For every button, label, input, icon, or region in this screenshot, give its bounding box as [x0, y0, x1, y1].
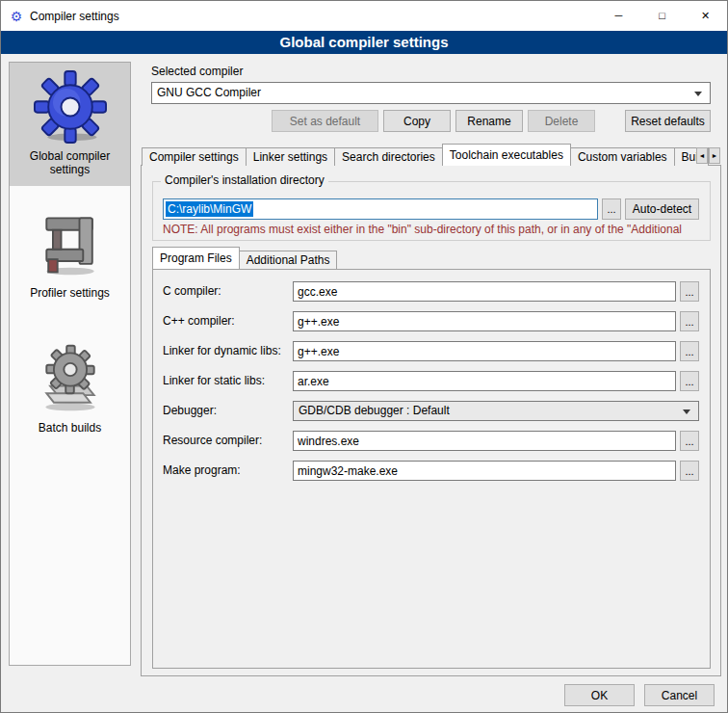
auto-detect-button[interactable]: Auto-detect	[625, 198, 699, 220]
sidebar: Global compiler settings Profiler settin…	[9, 62, 131, 666]
compiler-settings-window: ⚙ Compiler settings ─ □ ✕ Global compile…	[0, 0, 728, 713]
tab-search-directories[interactable]: Search directories	[334, 147, 443, 166]
make-program-input[interactable]	[293, 461, 676, 481]
resource-compiler-label: Resource compiler:	[163, 434, 262, 447]
tab-scroll-right-button[interactable]: ►	[709, 147, 720, 164]
chevron-down-icon	[683, 409, 690, 414]
resource-compiler-browse-button[interactable]: ...	[680, 431, 699, 451]
debugger-select[interactable]: GDB/CDB debugger : Default	[293, 401, 699, 421]
static-linker-label: Linker for static libs:	[163, 374, 265, 387]
static-linker-input[interactable]	[293, 371, 676, 391]
tab-program-files[interactable]: Program Files	[152, 247, 240, 269]
chevron-down-icon	[694, 92, 702, 96]
sidebar-item-label: Global compiler settings	[12, 149, 128, 176]
dialog-header: Global compiler settings	[1, 31, 727, 54]
tab-scroll-controls: ◄ ►	[695, 147, 720, 164]
close-button[interactable]: ✕	[684, 1, 727, 31]
sidebar-item-global-compiler-settings[interactable]: Global compiler settings	[10, 63, 130, 186]
c-compiler-label: C compiler:	[163, 284, 221, 298]
batch-gear-icon	[12, 342, 128, 415]
delete-button: Delete	[528, 110, 595, 132]
tab-strip: Compiler settings Linker settings Search…	[142, 145, 720, 166]
installation-directory-value: C:\raylib\MinGW	[166, 201, 253, 217]
browse-directory-button[interactable]: ...	[602, 198, 621, 220]
program-files-panel: C compiler: ... C++ compiler: ... Linker…	[152, 269, 711, 669]
maximize-button[interactable]: □	[640, 1, 684, 31]
app-gear-icon: ⚙	[9, 9, 24, 24]
selected-compiler-dropdown[interactable]: GNU GCC Compiler	[151, 82, 711, 104]
window-controls: ─ □ ✕	[597, 1, 727, 31]
ok-button[interactable]: OK	[564, 684, 635, 706]
cancel-button[interactable]: Cancel	[644, 684, 715, 706]
copy-button[interactable]: Copy	[383, 110, 451, 132]
static-linker-browse-button[interactable]: ...	[680, 371, 699, 391]
sidebar-item-label: Profiler settings	[12, 286, 128, 300]
sub-tab-strip: Program Files Additional Paths	[152, 249, 336, 269]
cpp-compiler-browse-button[interactable]: ...	[680, 311, 699, 331]
tab-compiler-settings[interactable]: Compiler settings	[142, 147, 247, 166]
toolchain-executables-panel: Compiler's installation directory C:\ray…	[141, 165, 721, 676]
installation-directory-group-label: Compiler's installation directory	[161, 173, 328, 187]
profiler-tool-icon	[12, 207, 128, 280]
note-text: NOTE: All programs must exist either in …	[163, 223, 728, 236]
reset-defaults-button[interactable]: Reset defaults	[625, 110, 711, 132]
installation-directory-group: Compiler's installation directory C:\ray…	[152, 181, 711, 241]
tab-linker-settings[interactable]: Linker settings	[246, 147, 335, 166]
tab-additional-paths[interactable]: Additional Paths	[239, 251, 338, 269]
tab-custom-variables[interactable]: Custom variables	[570, 147, 675, 166]
resource-compiler-input[interactable]	[293, 431, 676, 451]
tab-toolchain-executables[interactable]: Toolchain executables	[442, 144, 571, 166]
debugger-value: GDB/CDB debugger : Default	[299, 404, 450, 417]
installation-directory-input[interactable]: C:\raylib\MinGW	[163, 198, 598, 220]
gear-icon	[12, 70, 128, 144]
make-program-browse-button[interactable]: ...	[680, 461, 699, 481]
cpp-compiler-label: C++ compiler:	[163, 314, 235, 328]
sidebar-item-label: Batch builds	[12, 421, 128, 435]
dynamic-linker-input[interactable]	[293, 341, 676, 361]
titlebar: ⚙ Compiler settings ─ □ ✕	[1, 1, 727, 31]
rename-button[interactable]: Rename	[455, 110, 523, 132]
c-compiler-input[interactable]	[293, 281, 676, 302]
tab-scroll-left-button[interactable]: ◄	[696, 147, 708, 164]
selected-compiler-label: Selected compiler	[151, 65, 243, 78]
dynamic-linker-label: Linker for dynamic libs:	[163, 344, 281, 357]
window-title: Compiler settings	[30, 10, 119, 23]
selected-compiler-value: GNU GCC Compiler	[157, 86, 261, 99]
debugger-label: Debugger:	[163, 404, 217, 417]
dynamic-linker-browse-button[interactable]: ...	[680, 341, 699, 361]
sidebar-item-batch-builds[interactable]: Batch builds	[10, 334, 130, 444]
sidebar-item-profiler-settings[interactable]: Profiler settings	[10, 199, 130, 309]
cpp-compiler-input[interactable]	[293, 311, 676, 331]
make-program-label: Make program:	[163, 463, 241, 477]
minimize-button[interactable]: ─	[597, 1, 640, 31]
set-as-default-button: Set as default	[272, 110, 378, 132]
c-compiler-browse-button[interactable]: ...	[680, 281, 699, 302]
